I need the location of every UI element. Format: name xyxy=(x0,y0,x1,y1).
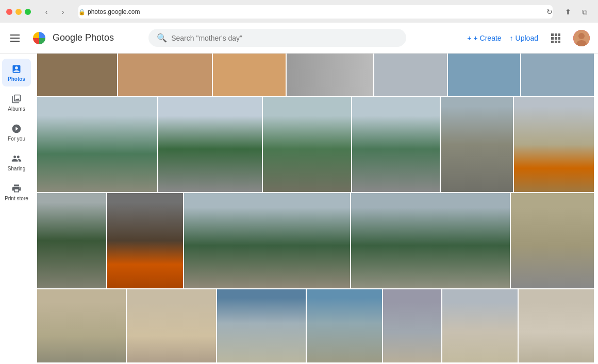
google-photos-logo-icon xyxy=(30,29,48,47)
create-plus-icon: + xyxy=(467,34,471,42)
print-store-icon xyxy=(10,182,23,195)
upload-icon: ↑ xyxy=(510,34,513,42)
fullscreen-dot[interactable] xyxy=(25,9,31,15)
browser-titlebar: ‹ › 🔒 photos.google.com ↻ ⬆ ⧉ xyxy=(0,0,598,23)
list-item[interactable] xyxy=(107,193,183,288)
list-item[interactable] xyxy=(263,97,351,192)
minimize-dot[interactable] xyxy=(15,9,22,15)
top-strip xyxy=(37,54,594,96)
photo-row-1 xyxy=(37,97,594,192)
sharing-label: Sharing xyxy=(8,166,25,172)
browser-dots xyxy=(6,9,31,15)
url-text: photos.google.com xyxy=(88,8,140,15)
app-container: Google Photos 🔍 + + Create ↑ Upload xyxy=(0,23,598,362)
address-bar[interactable]: 🔒 photos.google.com ↻ xyxy=(78,5,553,19)
list-item[interactable] xyxy=(213,54,286,96)
photo-area[interactable] xyxy=(33,54,598,362)
sidebar-item-photos[interactable]: Photos xyxy=(2,59,31,86)
photos-label: Photos xyxy=(8,76,25,82)
google-photos-logo: Google Photos xyxy=(30,29,114,47)
list-item[interactable] xyxy=(521,54,594,96)
list-item[interactable] xyxy=(217,289,306,362)
photo-grid xyxy=(33,54,598,362)
sidebar-item-albums[interactable]: Albums xyxy=(2,89,31,116)
svg-rect-1 xyxy=(551,33,554,36)
for-you-label: For you xyxy=(8,136,25,142)
apps-icon xyxy=(551,33,560,43)
list-item[interactable] xyxy=(118,54,212,96)
list-item[interactable] xyxy=(374,54,447,96)
list-item[interactable] xyxy=(37,97,157,192)
lock-icon: 🔒 xyxy=(78,9,86,15)
list-item[interactable] xyxy=(352,97,440,192)
svg-rect-3 xyxy=(558,33,560,36)
albums-label: Albums xyxy=(8,106,25,112)
list-item[interactable] xyxy=(448,54,521,96)
browser-nav: ‹ › xyxy=(39,6,70,18)
duplicate-button[interactable]: ⧉ xyxy=(577,6,592,18)
browser-actions: ⬆ ⧉ xyxy=(561,6,592,18)
share-button[interactable]: ⬆ xyxy=(561,6,575,18)
forward-button[interactable]: › xyxy=(56,6,70,18)
svg-rect-7 xyxy=(551,41,554,43)
sidebar-item-print-store[interactable]: Print store xyxy=(2,178,31,206)
list-item[interactable] xyxy=(307,289,382,362)
svg-rect-4 xyxy=(551,37,554,40)
svg-rect-8 xyxy=(555,41,557,43)
avatar-image xyxy=(573,30,590,46)
back-button[interactable]: ‹ xyxy=(39,6,54,18)
sidebar: Photos Albums For you xyxy=(0,54,33,362)
photo-row-3 xyxy=(37,289,594,362)
close-dot[interactable] xyxy=(6,9,12,15)
hamburger-line xyxy=(10,41,20,42)
list-item[interactable] xyxy=(127,289,215,362)
list-item[interactable] xyxy=(37,289,126,362)
sharing-icon xyxy=(10,152,23,165)
list-item[interactable] xyxy=(441,97,513,192)
create-button[interactable]: + + Create xyxy=(467,34,501,42)
albums-icon xyxy=(10,93,23,105)
svg-rect-2 xyxy=(555,33,557,36)
photos-icon xyxy=(10,63,23,75)
upload-button[interactable]: ↑ Upload xyxy=(510,34,538,42)
list-item[interactable] xyxy=(383,289,441,362)
hamburger-line xyxy=(10,34,20,36)
list-item[interactable] xyxy=(184,193,350,288)
create-label: + Create xyxy=(474,34,502,42)
list-item[interactable] xyxy=(351,193,510,288)
top-nav: Google Photos 🔍 + + Create ↑ Upload xyxy=(0,23,598,54)
search-bar[interactable]: 🔍 xyxy=(148,29,406,47)
list-item[interactable] xyxy=(37,54,117,96)
list-item[interactable] xyxy=(442,289,518,362)
svg-rect-9 xyxy=(558,41,560,43)
refresh-icon[interactable]: ↻ xyxy=(546,8,553,16)
search-input[interactable] xyxy=(171,34,398,42)
svg-point-11 xyxy=(578,33,585,39)
logo-text: Google Photos xyxy=(53,32,114,43)
top-nav-actions: + + Create ↑ Upload xyxy=(467,29,590,47)
svg-rect-6 xyxy=(558,37,560,40)
list-item[interactable] xyxy=(514,97,594,192)
list-item[interactable] xyxy=(519,289,594,362)
hamburger-line xyxy=(10,38,20,39)
list-item[interactable] xyxy=(287,54,374,96)
photo-row-2 xyxy=(37,193,594,288)
main-body: Photos Albums For you xyxy=(0,54,598,362)
list-item[interactable] xyxy=(158,97,262,192)
print-store-label: Print store xyxy=(5,196,28,202)
sidebar-item-for-you[interactable]: For you xyxy=(2,118,31,146)
apps-button[interactable] xyxy=(546,29,565,47)
browser-chrome: ‹ › 🔒 photos.google.com ↻ ⬆ ⧉ xyxy=(0,0,598,23)
avatar[interactable] xyxy=(573,30,590,46)
upload-label: Upload xyxy=(516,34,538,42)
search-icon: 🔍 xyxy=(157,33,167,43)
for-you-icon xyxy=(10,123,23,135)
list-item[interactable] xyxy=(37,193,106,288)
menu-button[interactable] xyxy=(8,32,22,44)
list-item[interactable] xyxy=(511,193,594,288)
sidebar-item-sharing[interactable]: Sharing xyxy=(2,148,31,176)
svg-rect-5 xyxy=(555,37,557,40)
